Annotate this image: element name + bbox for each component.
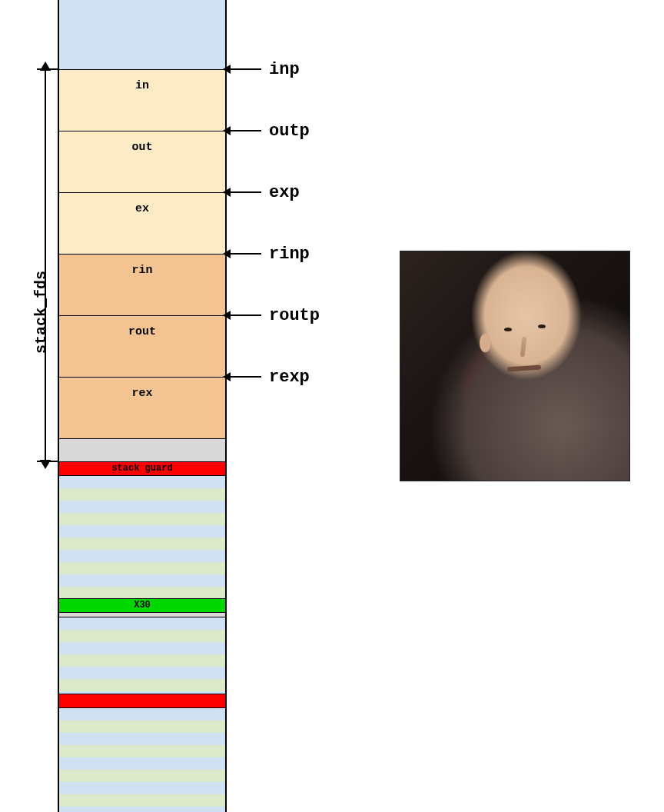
region-stack-guard-label: stack guard: [111, 463, 172, 474]
region-in-label: in: [135, 79, 149, 92]
region-in: in: [59, 69, 225, 131]
region-rin: rin: [59, 254, 225, 315]
photo-ear-shape: [480, 334, 490, 352]
photo-mouth-shape: [507, 364, 541, 371]
region-rex: rex: [59, 377, 225, 438]
region-out-label: out: [131, 141, 152, 154]
arrow-left-icon: [231, 191, 261, 193]
pointer-inp: inp: [231, 60, 300, 78]
stack-top-padding: [59, 0, 225, 69]
arrow-left-icon: [231, 376, 261, 378]
stack-fds-label: stack_fds: [32, 271, 50, 354]
pointer-exp-label: exp: [269, 183, 300, 202]
arrow-left-icon: [231, 68, 261, 70]
region-ex: ex: [59, 192, 225, 254]
striped-region-1: [59, 475, 225, 598]
region-stack-guard: stack guard: [59, 461, 225, 475]
pointer-outp-label: outp: [269, 121, 310, 141]
pointer-rinp-label: rinp: [269, 245, 310, 264]
region-stack-guard-2: [59, 694, 225, 707]
pointer-routp: routp: [231, 306, 320, 324]
region-x30: X30: [59, 598, 225, 612]
region-x30-label: X30: [134, 600, 151, 611]
grey-gap-1: [59, 438, 225, 461]
region-rout-label: rout: [128, 325, 156, 338]
region-rin-label: rin: [131, 264, 152, 277]
bracket-rule-top: [37, 68, 60, 70]
diagram-canvas: stack_fds in out ex rin rout rex: [0, 0, 664, 812]
pointer-rinp: rinp: [231, 245, 310, 263]
region-rex-label: rex: [131, 387, 152, 400]
striped-region-3: [59, 707, 225, 812]
region-rout: rout: [59, 315, 225, 377]
photo-eye-left-shape: [504, 328, 512, 331]
pointer-rexp: rexp: [231, 368, 310, 386]
stack-fds-bracket: [45, 69, 46, 461]
memory-stack: in out ex rin rout rex stack guard X30: [58, 0, 227, 812]
arrow-left-icon: [231, 130, 261, 131]
bracket-arrow-down-icon: [41, 461, 50, 469]
pointer-rexp-label: rexp: [269, 368, 310, 387]
arrow-left-icon: [231, 253, 261, 255]
striped-region-2: [59, 617, 225, 694]
photo-nose-shape: [520, 337, 527, 357]
region-ex-label: ex: [135, 202, 149, 215]
pointer-routp-label: routp: [269, 306, 320, 325]
pointer-exp: exp: [231, 183, 300, 201]
arrow-left-icon: [231, 314, 261, 316]
bracket-rule-bottom: [37, 461, 60, 462]
pointer-inp-label: inp: [269, 60, 300, 79]
region-out: out: [59, 131, 225, 192]
reaction-photo: [400, 251, 630, 481]
photo-eye-right-shape: [538, 324, 546, 328]
pointer-outp: outp: [231, 121, 310, 140]
